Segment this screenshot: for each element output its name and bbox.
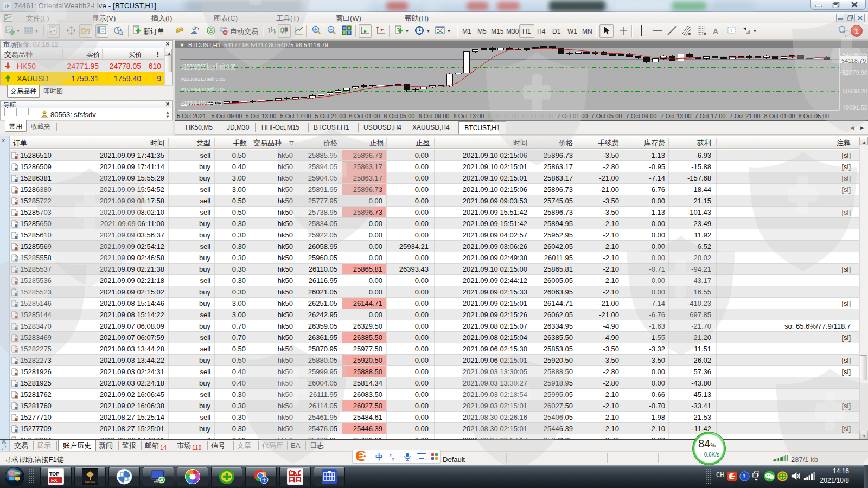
svg-text:E: E — [688, 33, 691, 36]
svg-text:F: F — [704, 33, 706, 36]
svg-text:TIANDING: TIANDING — [85, 481, 95, 484]
svg-text:FX: FX — [51, 478, 58, 483]
svg-text:?: ? — [743, 473, 745, 479]
svg-text:T: T — [730, 28, 733, 33]
svg-text:TOP: TOP — [49, 471, 59, 477]
